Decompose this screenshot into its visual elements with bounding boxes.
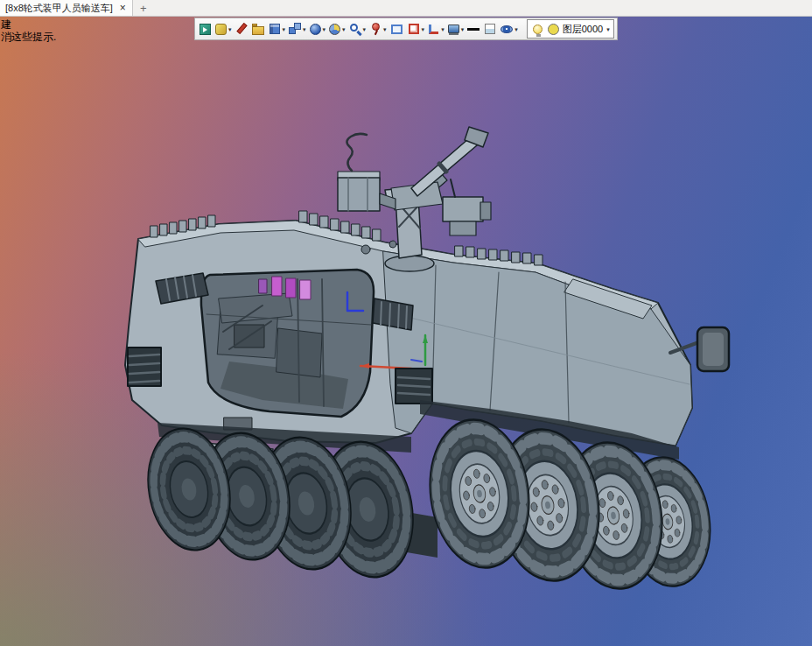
sphere-display-button[interactable]: ▾ [308, 22, 327, 37]
open-folder-icon [252, 26, 264, 35]
display-mode-icon [448, 25, 459, 33]
chevron-down-icon[interactable]: ▾ [303, 26, 306, 32]
hint-text: 建 消这些提示. [1, 18, 56, 44]
model-canvas[interactable] [0, 17, 812, 646]
solid-cube-button[interactable]: ▾ [267, 21, 287, 37]
hint-line-1: 建 [1, 18, 56, 31]
section-view-button[interactable]: ▾ [327, 22, 346, 37]
sketch-pencil-icon [234, 22, 248, 36]
assembly-cubes-icon [288, 22, 302, 36]
layer-color-icon [548, 24, 559, 35]
new-window-button[interactable] [198, 22, 213, 37]
display-mode-button[interactable]: ▾ [446, 22, 466, 36]
solid-cube-icon [270, 24, 280, 34]
chevron-down-icon[interactable]: ▾ [422, 26, 425, 32]
tab-title: [8x8轮式装甲人员输送车] [5, 2, 113, 15]
chevron-down-icon[interactable]: ▾ [441, 26, 444, 32]
axis-view-button[interactable]: ▾ [426, 22, 445, 37]
apc-model[interactable] [125, 127, 729, 595]
window-frame-icon [391, 25, 402, 34]
new-window-icon [200, 24, 211, 35]
pin-icon [368, 22, 382, 36]
sketch-pencil-button[interactable] [234, 21, 249, 37]
visibility-button[interactable]: ▾ [499, 22, 519, 37]
bulb-icon[interactable] [533, 25, 542, 34]
zoom-button[interactable]: ▾ [347, 21, 368, 37]
axis-view-icon [429, 25, 438, 34]
chevron-down-icon[interactable]: ▾ [383, 26, 387, 32]
chevron-down-icon[interactable]: ▾ [342, 26, 346, 32]
layer-name: 图层0000 [563, 23, 603, 36]
zoom-icon [348, 22, 362, 36]
floating-toolbar: ▾ ▾ ▾ ▾ ▾ ▾ ▾ ▾ ▾ ▾ ▾ 图层0000 ▾ [194, 18, 618, 40]
document-tab[interactable]: [8x8轮式装甲人员输送车] × [0, 0, 133, 16]
chevron-down-icon[interactable]: ▾ [363, 26, 367, 32]
hint-line-2: 消这些提示. [1, 31, 56, 43]
visibility-icon [500, 25, 513, 33]
chevron-down-icon[interactable]: ▾ [514, 26, 518, 32]
assembly-cubes-button[interactable]: ▾ [287, 21, 307, 37]
chevron-down-icon[interactable]: ▾ [323, 26, 326, 32]
line-width-button[interactable] [466, 22, 481, 37]
window-frame-button[interactable] [388, 22, 405, 37]
chevron-down-icon[interactable]: ▾ [228, 26, 232, 32]
color-swatch-icon [485, 24, 495, 34]
render-mode-button[interactable]: ▾ [214, 22, 233, 37]
app-window: [8x8轮式装甲人员输送车] × + 建 消这些提示. ▾ ▾ ▾ ▾ ▾ ▾ … [0, 0, 812, 646]
tab-close-icon[interactable]: × [119, 3, 127, 13]
cutaway-interior[interactable] [201, 270, 374, 417]
sphere-display-icon [310, 24, 321, 35]
viewport-3d[interactable]: 建 消这些提示. ▾ ▾ ▾ ▾ ▾ ▾ ▾ ▾ ▾ ▾ ▾ 图层0000 [0, 17, 812, 646]
layer-selector[interactable]: 图层0000 ▾ [527, 19, 614, 39]
pin-button[interactable]: ▾ [368, 21, 388, 37]
open-folder-button[interactable] [250, 22, 266, 37]
line-width-icon [467, 28, 480, 31]
selection-filter-button[interactable]: ▾ [406, 21, 426, 37]
render-mode-icon [215, 24, 227, 35]
color-swatch-button[interactable] [482, 21, 498, 37]
tab-bar: [8x8轮式装甲人员输送车] × + [0, 0, 812, 17]
chevron-down-icon[interactable]: ▾ [461, 26, 465, 32]
chevron-down-icon[interactable]: ▾ [606, 26, 610, 32]
chevron-down-icon[interactable]: ▾ [283, 26, 286, 32]
section-view-icon [329, 24, 340, 35]
selection-filter-icon [409, 24, 419, 34]
new-tab-button[interactable]: + [133, 0, 154, 16]
